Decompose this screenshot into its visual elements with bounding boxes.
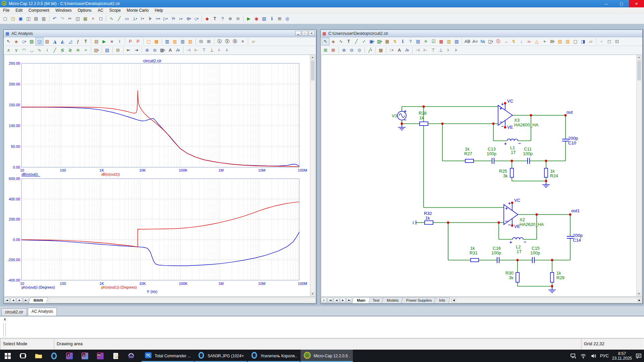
grid-icon[interactable]: ⊞▾ [548, 38, 556, 45]
align-bottom-icon[interactable]: ⊥ [208, 46, 216, 54]
zoom-out-icon[interactable]: ⊖ [151, 46, 159, 54]
capacitor-symbol[interactable] [492, 158, 494, 164]
tab-info[interactable]: Info [434, 297, 450, 303]
border-icon[interactable]: ▤ [556, 38, 564, 45]
stop-icon[interactable]: ■ [108, 38, 116, 45]
taskbar-eclipse-icon[interactable] [123, 350, 139, 362]
page-nav-button[interactable]: ▶ [340, 298, 346, 303]
plot-area[interactable]: 101001K10K100K1M10M100M250.00200.00150.0… [4, 55, 315, 297]
menu-file[interactable]: File [0, 7, 12, 13]
resistor-symbol[interactable] [550, 273, 554, 282]
text-mode-icon[interactable]: T [345, 38, 353, 45]
label-c10-value[interactable]: 200p [568, 136, 578, 141]
taskbar-app-total-commander[interactable]: TCTotal Commander ... [142, 350, 194, 362]
page-nav-button[interactable]: |◀ [327, 298, 333, 303]
ruler-4-icon[interactable]: ▥ [186, 38, 194, 45]
translate-icon[interactable]: ◫ [24, 15, 32, 22]
label-c13-name[interactable]: C13 [488, 146, 496, 152]
font-icon[interactable]: A [395, 46, 403, 54]
inductor-icon[interactable]: ∾▾ [154, 15, 162, 22]
label-r27-value[interactable]: 1k [465, 146, 470, 152]
ruler-2-icon[interactable]: ▥ [171, 38, 179, 45]
select-box-3-icon[interactable]: ⊡ [613, 38, 621, 45]
tab-main[interactable]: Main [352, 297, 370, 303]
picture-icon[interactable]: ▨▾ [376, 38, 383, 45]
label-r32-name[interactable]: R32 [424, 211, 432, 216]
waveform-expression[interactable]: dB(v(out1)) [101, 172, 120, 176]
zoom-in-icon[interactable]: ⊕ [143, 46, 151, 54]
label-c16-name[interactable]: C16 [493, 246, 501, 251]
label-r24-name[interactable]: R24 [550, 173, 558, 178]
label-l1-value[interactable]: 1T [511, 150, 516, 155]
label-l2-value[interactable]: 1T [517, 249, 522, 254]
label-c16-value[interactable]: 100p [491, 250, 501, 255]
ac-window-titlebar[interactable]: ▦ AC Analysis ▁ □ ✕ [4, 30, 316, 37]
revert-icon[interactable]: ▤ [32, 15, 40, 22]
warnings-icon[interactable]: △ [533, 38, 541, 45]
label-c11-value[interactable]: 100p [523, 151, 533, 156]
volume-icon[interactable] [590, 353, 597, 359]
zoom-in-icon[interactable]: ⊕ [340, 46, 348, 54]
next-plot-up-icon[interactable]: ◮ [51, 38, 59, 45]
notifications-icon[interactable] [635, 353, 642, 359]
p-key-left-icon[interactable]: P [126, 38, 134, 45]
node-voltages-icon[interactable]: Ⓥ [494, 38, 502, 45]
redo-icon[interactable]: ↷ [58, 15, 66, 22]
menu-help[interactable]: Help [152, 7, 166, 13]
start-button[interactable] [0, 350, 15, 362]
attribute-text-icon[interactable]: AB [464, 38, 471, 45]
label-r29-name[interactable]: R29 [556, 275, 565, 280]
scroll-up-arrow[interactable]: ▲ [310, 55, 315, 60]
label-x2-name[interactable]: X2 [520, 217, 525, 222]
wire-mode-icon[interactable]: ∿ [337, 38, 345, 45]
select-mode-icon[interactable]: ↖ [322, 38, 329, 45]
tab-models[interactable]: Models [382, 297, 404, 303]
help-topics-icon[interactable]: ▧ [260, 15, 268, 22]
panel-splitter[interactable] [3, 323, 6, 337]
cursor-right-icon[interactable]: ⇥ [132, 46, 140, 54]
schematic-horizontal-scrollbar[interactable]: ◀▶ [451, 298, 642, 303]
menu-windows[interactable]: Windows [52, 7, 75, 13]
slope-icon[interactable]: ◿ [66, 38, 74, 45]
diode-icon[interactable]: ▷▾ [162, 15, 169, 22]
align-top-icon[interactable]: ⊤ [200, 46, 208, 54]
label-in2-node[interactable]: I [413, 220, 414, 225]
low-icon[interactable]: ◡ [28, 46, 36, 54]
tab-power-supplies[interactable]: Power Supplies [401, 297, 437, 303]
resistor-symbol[interactable] [544, 168, 548, 177]
align-top-icon[interactable]: ⊥ [437, 46, 445, 54]
tab-main[interactable]: MAIN [29, 297, 48, 303]
resistor-symbol[interactable] [510, 168, 514, 177]
save-file-icon[interactable]: ▣ [17, 15, 24, 22]
network-icon[interactable] [570, 353, 577, 359]
align-right-icon[interactable]: ⊤ [429, 46, 437, 54]
taskbar-notepad-icon[interactable] [108, 350, 123, 362]
waveform-buffer-icon[interactable]: ▤ [103, 46, 111, 54]
numeric-output-icon[interactable]: ⊞ [114, 46, 122, 54]
paste-icon[interactable]: ▩ [82, 15, 89, 22]
inflection-icon[interactable]: ∿ [36, 46, 43, 54]
align-left-icon[interactable]: ⊣ [414, 46, 422, 54]
bus-icon[interactable]: ↯ [391, 38, 399, 45]
menu-ac[interactable]: AC [95, 7, 106, 13]
plot-horizontal-scrollbar[interactable] [49, 298, 316, 303]
ac-close-button[interactable]: ✕ [309, 31, 315, 36]
cursor-pick-icon[interactable]: ◇▾ [20, 38, 28, 45]
clipboard-icon[interactable]: ▧▾ [93, 46, 100, 54]
scroll-up-arrow[interactable]: ▲ [637, 55, 642, 60]
label-r30-name[interactable]: R30 [505, 270, 514, 276]
info-icon[interactable]: ℹ [399, 38, 407, 45]
next-in-icon[interactable]: ≋ [74, 46, 82, 54]
taskbar-opera-icon[interactable] [46, 350, 62, 362]
scroll-right-arrow[interactable]: ▶ [637, 298, 642, 303]
zoom-out-icon[interactable]: ⊖ [348, 46, 356, 54]
label-r32-value[interactable]: 1k [425, 216, 430, 221]
link-sheet-icon[interactable]: ◨ [579, 38, 587, 45]
next-out-icon[interactable]: ≈ [82, 46, 90, 54]
analysis-run-icon[interactable]: ▶ [245, 15, 253, 22]
wire-style-icon[interactable]: ╱▾ [366, 46, 374, 54]
node-numbers-icon[interactable]: № [479, 38, 487, 45]
schematic-vertical-scrollbar[interactable]: ▲ ▼ [636, 55, 641, 296]
component-mode-icon[interactable]: ▣▾ [368, 38, 376, 45]
select-all-icon[interactable]: ◻ [97, 15, 105, 22]
